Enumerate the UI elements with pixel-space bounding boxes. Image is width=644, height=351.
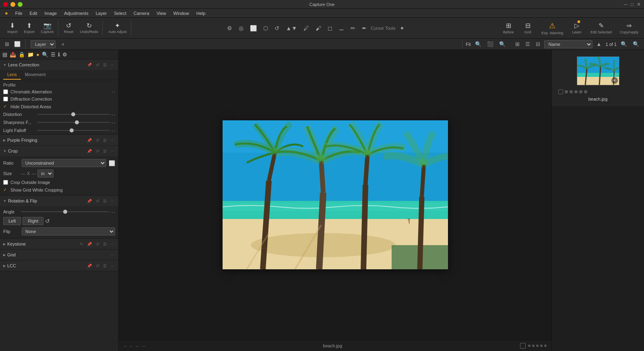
panel-icon-6[interactable]: 🔍 — [42, 52, 48, 58]
pf-more-btn[interactable]: ··· — [109, 138, 115, 143]
cursor-tool-5[interactable]: ↺ — [272, 23, 282, 33]
rf-list-btn[interactable]: ☰ — [102, 198, 108, 204]
close-button[interactable] — [3, 2, 8, 7]
ks-more-btn[interactable]: ··· — [109, 242, 115, 247]
view-thumb-btn[interactable]: ⊟ — [534, 40, 542, 48]
menu-view[interactable]: View — [153, 10, 169, 17]
cursor-tool-6[interactable]: ▲▼ — [283, 23, 299, 33]
size-unit-select[interactable]: in cm px — [37, 169, 54, 178]
copy-apply-button[interactable]: ⇒ Copy/Apply — [617, 20, 641, 36]
panel-icon-7[interactable]: ☰ — [51, 52, 56, 58]
thumb-dot-1[interactable] — [565, 90, 568, 93]
thumb-dot-3[interactable] — [574, 90, 578, 93]
menu-capture-one[interactable]: ● — [2, 9, 11, 17]
thumb-dot-4[interactable] — [579, 90, 582, 93]
chromatic-settings-btn[interactable]: ··· — [112, 90, 115, 94]
zoom-search-btn[interactable]: 🔍 — [473, 40, 483, 48]
light-falloff-thumb[interactable] — [70, 128, 74, 132]
zoom-in-btn[interactable]: 🔍 — [619, 40, 629, 48]
add-layer-btn[interactable]: ＋ — [59, 40, 67, 49]
edit-selected-button[interactable]: ✎ Edit Selected — [588, 20, 614, 36]
cursor-tool-4[interactable]: ⬡ — [261, 23, 270, 33]
panel-icon-1[interactable]: ▤ — [2, 52, 7, 58]
win-close[interactable]: ✕ — [637, 2, 641, 7]
diffraction-correction-checkbox[interactable] — [3, 97, 8, 101]
thumbnail-eye-btn[interactable]: 👁 — [611, 77, 618, 84]
grid-more-btn[interactable]: ··· — [109, 252, 115, 258]
menu-select[interactable]: Select — [111, 10, 130, 17]
ks-edit-btn[interactable]: ✎ — [78, 242, 84, 247]
cursor-tool-11[interactable]: ✏ — [348, 23, 358, 33]
panel-icon-5[interactable]: ● — [36, 52, 39, 58]
exp-warning-button[interactable]: ⚠ Exp. Warning — [539, 20, 566, 37]
learn-button[interactable]: ▷ Learn — [569, 20, 585, 36]
rotate-reset-btn[interactable]: ↺ — [45, 218, 50, 224]
panel-icon-9[interactable]: ⚙ — [62, 52, 67, 58]
crop-pin-btn[interactable]: 📌 — [86, 149, 93, 154]
cursor-tool-8[interactable]: 🖌 — [313, 23, 324, 33]
cursor-tool-7[interactable]: 🖊 — [301, 23, 312, 33]
import-button[interactable]: ⬇ Import — [5, 21, 20, 35]
panel-icon-3[interactable]: 🔒 — [19, 52, 25, 58]
more-btn[interactable]: ··· — [109, 62, 115, 68]
sharpness-reset[interactable]: — — [111, 120, 115, 125]
crop-history-btn[interactable]: ↺ — [95, 149, 100, 154]
sort-btn[interactable]: ▲ — [595, 40, 603, 48]
cursor-tool-extra[interactable]: ✦ — [397, 23, 407, 33]
search-catalog-btn[interactable]: 🔍 — [631, 40, 641, 48]
zoom-pill-btn[interactable]: ⬛ — [485, 40, 495, 48]
menu-edit[interactable]: Edit — [27, 10, 41, 17]
view-list-btn[interactable]: ⊞ — [514, 40, 521, 48]
capture-button[interactable]: 📷 Capture — [39, 21, 56, 35]
menu-help[interactable]: Help — [193, 10, 209, 17]
cursor-tool-2[interactable]: ◎ — [236, 23, 246, 33]
keystone-header[interactable]: ▶ Keystone ✎ 📌 ↺ ☰ ··· — [0, 239, 118, 249]
search-btn[interactable]: 🔍 — [497, 40, 507, 48]
cursor-tool-10[interactable]: ⚊ — [336, 23, 347, 33]
single-mode-btn[interactable]: ⬜ — [12, 40, 22, 48]
cursor-tool-1[interactable]: ⚙ — [225, 23, 235, 33]
light-falloff-reset[interactable]: — — [111, 128, 115, 133]
rf-more-btn[interactable]: ··· — [109, 198, 115, 204]
canvas-dot-1[interactable] — [528, 345, 530, 347]
panel-icon-2[interactable]: 📤 — [10, 52, 16, 58]
canvas-inner[interactable] — [119, 50, 551, 340]
crop-tool-btn[interactable]: ⬜ — [109, 160, 115, 166]
history-btn[interactable]: ↺ — [95, 62, 100, 68]
pin-btn[interactable]: 📌 — [86, 62, 93, 68]
view-detail-btn[interactable]: ☰ — [524, 40, 532, 48]
distortion-reset[interactable]: — — [111, 112, 115, 117]
purple-fringing-header[interactable]: ▶ Purple Fringing 📌 ↺ ☰ ··· — [0, 135, 118, 145]
undoredo-button[interactable]: ↻ Undo/Redo — [78, 21, 101, 35]
angle-reset[interactable]: — — [111, 210, 115, 214]
crop-more-btn[interactable]: ··· — [109, 149, 115, 154]
flip-select[interactable]: None Horizontal Vertical — [22, 227, 115, 235]
cursor-tool-3[interactable]: ⬜ — [248, 23, 259, 33]
ks-history-btn[interactable]: ↺ — [95, 242, 100, 247]
cursor-tool-9[interactable]: ◻ — [325, 23, 335, 33]
canvas-dot-3[interactable] — [536, 345, 539, 347]
pf-list-btn[interactable]: ☰ — [102, 138, 108, 143]
rf-history-btn[interactable]: ↺ — [95, 198, 100, 204]
grid-view-button[interactable]: ⊟ Grid — [520, 20, 536, 36]
chromatic-aberration-checkbox[interactable] — [3, 89, 8, 94]
panel-icon-8[interactable]: ℹ — [58, 52, 60, 58]
rf-pin-btn[interactable]: 📌 — [86, 198, 93, 204]
menu-adjustments[interactable]: Adjustments — [61, 10, 92, 17]
crop-outside-checkbox[interactable] — [3, 180, 8, 185]
pf-pin-btn[interactable]: 📌 — [86, 138, 93, 143]
lcc-history-btn[interactable]: ↺ — [95, 263, 100, 268]
lcc-header[interactable]: ▶ LCC 📌 ↺ ☰ ··· — [0, 260, 118, 271]
lcc-pin-btn[interactable]: 📌 — [86, 263, 93, 268]
crop-header[interactable]: ▼ Crop 📌 ↺ ☰ ··· — [0, 146, 118, 156]
tab-movement[interactable]: Movement — [21, 70, 50, 80]
panel-icon-4[interactable]: 📁 — [27, 52, 34, 58]
pf-history-btn[interactable]: ↺ — [95, 138, 100, 143]
maximize-button[interactable] — [18, 2, 23, 7]
thumb-dot-5[interactable] — [584, 90, 587, 93]
menu-image[interactable]: Image — [41, 10, 60, 17]
minimize-button[interactable] — [10, 2, 15, 7]
distortion-thumb[interactable] — [71, 112, 75, 116]
cursor-tool-12[interactable]: ✒ — [359, 23, 369, 33]
canvas-dot-5[interactable] — [544, 345, 547, 347]
